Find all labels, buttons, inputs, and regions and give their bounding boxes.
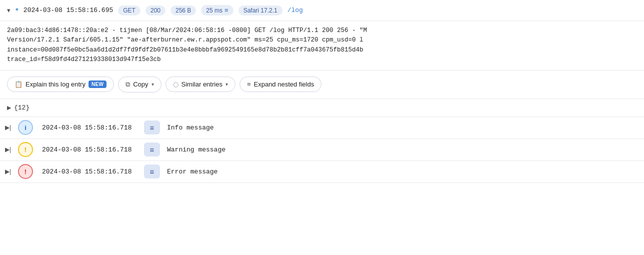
similar-entries-button[interactable]: ◌ Similar entries ▾	[166, 76, 236, 92]
entry-timestamp-2: 2024-03-08 15:58:16.718	[36, 168, 141, 176]
copy-icon: ⧉	[126, 80, 130, 88]
new-badge: NEW	[88, 80, 106, 88]
warning-icon: !	[18, 142, 33, 157]
json-expand-row: ▶ {12}	[0, 99, 644, 117]
info-icon: i	[18, 120, 33, 135]
row-expand-arrow[interactable]: ▶|	[0, 168, 15, 175]
log-line-4: trace_id=f58d9fd4d271219338013d947f15e3c…	[7, 55, 637, 64]
entry-message-0: Info message	[163, 124, 218, 132]
similar-icon: ◌	[173, 80, 178, 88]
log-entries-container: ▶| i 2024-03-08 15:58:16.718 ≡ Info mess…	[0, 117, 644, 183]
browser-badge: Safari 17.2.1	[238, 6, 282, 16]
size-badge: 256 B	[170, 6, 196, 16]
filter-badge-0[interactable]: ≡	[144, 120, 160, 134]
path-link[interactable]: /log	[288, 6, 303, 14]
similar-dropdown-arrow: ▾	[226, 82, 228, 87]
header-timestamp: 2024-03-08 15:58:16.695	[24, 6, 113, 14]
expand-label: Expand nested fields	[254, 80, 314, 88]
duration-badge: 25 ms ≡	[201, 5, 233, 16]
copy-button[interactable]: ⧉ Copy ▾	[118, 76, 161, 92]
explain-label: Explain this log entry	[26, 80, 86, 88]
method-badge: GET	[118, 6, 140, 16]
explain-log-button[interactable]: 📋 Explain this log entry NEW	[7, 76, 114, 92]
log-entry-row: ▶| i 2024-03-08 15:58:16.718 ≡ Info mess…	[0, 117, 644, 139]
json-expand-arrow[interactable]: ▶	[7, 104, 11, 111]
actions-row: 📋 Explain this log entry NEW ⧉ Copy ▾ ◌ …	[0, 70, 644, 99]
asterisk-icon: *	[16, 6, 18, 14]
copy-label: Copy	[133, 80, 148, 88]
entry-timestamp-0: 2024-03-08 15:58:16.718	[36, 124, 141, 132]
expand-icon: ≡	[247, 80, 251, 88]
log-entry-row: ▶| ! 2024-03-08 15:58:16.718 ≡ Error mes…	[0, 161, 644, 183]
log-line-2: Version/17.2.1 Safari/605.1.15" "ae-afte…	[7, 36, 637, 45]
similar-label: Similar entries	[182, 80, 222, 88]
copy-dropdown-arrow: ▾	[152, 82, 154, 87]
entry-message-2: Error message	[163, 168, 222, 176]
log-content-block: 2a09:bac3:4d86:1478::20a:e2 - tijmen [08…	[0, 21, 644, 70]
entry-message-1: Warning message	[163, 146, 230, 154]
log-line-1: 2a09:bac3:4d86:1478::20a:e2 - tijmen [08…	[7, 26, 637, 36]
filter-badge-2[interactable]: ≡	[144, 164, 160, 178]
chevron-down-icon[interactable]: ▾	[7, 6, 10, 14]
expand-nested-button[interactable]: ≡ Expand nested fields	[240, 76, 322, 92]
log-header-row: ▾ * 2024-03-08 15:58:16.695 GET 200 256 …	[0, 0, 644, 21]
error-icon: !	[18, 164, 33, 179]
row-expand-arrow[interactable]: ▶|	[0, 146, 15, 153]
row-expand-arrow[interactable]: ▶|	[0, 124, 15, 131]
filter-badge-1[interactable]: ≡	[144, 142, 160, 156]
log-entry-row: ▶| ! 2024-03-08 15:58:16.718 ≡ Warning m…	[0, 139, 644, 161]
explain-icon: 📋	[14, 80, 22, 88]
json-label: {12}	[14, 104, 30, 112]
filter-lines-icon: ≡	[224, 6, 228, 14]
log-line-3: instance=00d087f5e0bc5aa6d1d2df7fd9fdf2b…	[7, 46, 637, 55]
status-badge: 200	[146, 6, 166, 16]
entry-timestamp-1: 2024-03-08 15:58:16.718	[36, 146, 141, 154]
